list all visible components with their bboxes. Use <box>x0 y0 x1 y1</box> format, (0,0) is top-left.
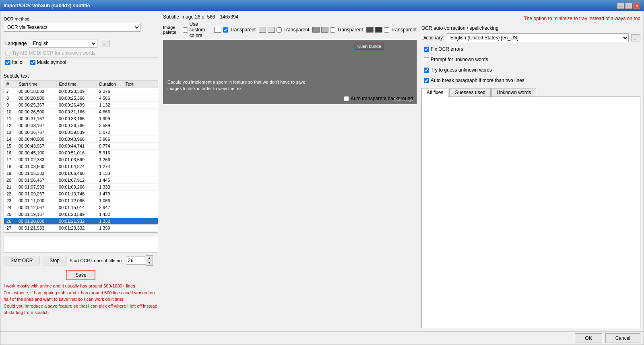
table-row[interactable]: 2600:01:20,60000:01:21,9321,332 <box>4 218 158 225</box>
try-modi-label: Try MS MODI OCR for unknown words <box>12 50 95 56</box>
language-select[interactable]: English <box>29 39 97 48</box>
table-row[interactable]: 2300:01:11,00000:01:12,0661,066 <box>4 197 158 204</box>
table-row[interactable]: 2000:01:06,46700:01:07,9121,445 <box>4 177 158 184</box>
try-modi-checkbox[interactable] <box>5 51 10 56</box>
auto-break-checkbox[interactable] <box>424 78 429 83</box>
cell-duration: 3,599 <box>97 122 123 129</box>
cell-start: 00:01:19,167 <box>16 211 56 218</box>
cell-duration: 1,133 <box>97 170 123 177</box>
italic-checkbox[interactable] <box>5 60 10 65</box>
table-row[interactable]: 2400:01:12,06700:01:15,0142,947 <box>4 204 158 211</box>
cell-start: 00:01:23,333 <box>16 232 56 233</box>
palette-transparent-4[interactable] <box>384 27 389 33</box>
cell-text <box>123 163 158 170</box>
cell-num: 11 <box>4 115 16 122</box>
palette-color-3b <box>321 27 328 33</box>
palette-transparent-2[interactable] <box>277 27 282 33</box>
music-checkbox[interactable] <box>30 60 35 65</box>
cell-duration: 1,132 <box>97 102 123 109</box>
language-browse-button[interactable]: ... <box>100 40 109 47</box>
save-button[interactable]: Save <box>66 270 95 280</box>
custom-colors-group: Use custom colors <box>183 21 211 38</box>
table-row[interactable]: 1600:00:45,10000:00:51,0165,916 <box>4 150 158 156</box>
table-row[interactable]: 1900:01:05,33300:01:06,4661,133 <box>4 170 158 177</box>
cell-text <box>123 122 158 129</box>
cell-start: 00:00:43,967 <box>16 143 56 150</box>
italic-label: Italic <box>12 60 22 65</box>
palette-transparent-1[interactable] <box>223 27 228 33</box>
tab-unknown-words[interactable]: Unknown words <box>491 88 536 97</box>
table-row[interactable]: 2200:01:09,26700:01:10,7461,479 <box>4 191 158 197</box>
subtitle-table-wrapper[interactable]: # Start time End time Duration Text 700:… <box>4 80 158 233</box>
fix-ocr-row: Fix OCR errors <box>422 46 640 52</box>
minimize-button[interactable]: — <box>617 2 624 9</box>
stop-button[interactable]: Stop <box>43 256 66 265</box>
fix-ocr-checkbox[interactable] <box>424 47 429 52</box>
table-row[interactable]: 700:00:18,03300:00:20,3092,276 <box>4 88 158 95</box>
cell-duration: 5,916 <box>97 150 123 156</box>
table-row[interactable]: 900:00:25,36700:00:26,4991,132 <box>4 102 158 109</box>
spinner-down[interactable]: ▼ <box>146 261 153 265</box>
cell-duration: 2,947 <box>97 204 123 211</box>
ok-button[interactable]: OK <box>575 333 602 343</box>
zoom-hint: Caould you implement a zoom in feature s… <box>167 79 312 92</box>
spinner-up[interactable]: ▲ <box>146 256 153 261</box>
table-row[interactable]: 2100:01:07,93300:01:09,2661,333 <box>4 184 158 191</box>
start-ocr-button[interactable]: Start OCR <box>4 256 39 265</box>
table-row[interactable]: 2700:01:21,93300:01:23,3321,399 <box>4 225 158 232</box>
auto-transparent-checkbox[interactable] <box>344 96 349 101</box>
maximize-button[interactable]: □ <box>625 2 632 9</box>
cell-start: 00:01:03,600 <box>16 163 56 170</box>
table-row[interactable]: 800:00:20,80000:00:25,3664,566 <box>4 95 158 102</box>
subtitle-edit-area[interactable] <box>4 237 158 253</box>
prompt-unknown-checkbox[interactable] <box>424 57 429 62</box>
cell-start: 00:00:33,167 <box>16 122 56 129</box>
col-start: Start time <box>16 80 56 88</box>
cell-duration: 1,266 <box>97 156 123 163</box>
ocr-method-label: OCR method <box>4 16 158 21</box>
table-row[interactable]: 1700:01:02,33300:01:03,5991,266 <box>4 156 158 163</box>
table-row[interactable]: 1200:00:33,16700:00:36,7663,599 <box>4 122 158 129</box>
cell-duration: 1,999 <box>97 115 123 122</box>
dictionary-select[interactable]: English (United States) [en_US] <box>447 33 629 42</box>
tab-all-fixes[interactable]: All fixes <box>421 88 448 97</box>
palette-color-3 <box>312 27 320 33</box>
preview-text: Kuen bunde <box>357 44 381 49</box>
try-guess-checkbox[interactable] <box>424 68 429 73</box>
table-row[interactable]: 1800:01:03,60000:01:04,8741,274 <box>4 163 158 170</box>
palette-transparent-3[interactable] <box>330 27 335 33</box>
ocr-method-select[interactable]: OCR via Tesseract <box>4 23 140 32</box>
cell-end: 00:00:33,166 <box>56 115 97 122</box>
cell-start: 00:01:12,067 <box>16 204 56 211</box>
palette-transparent-label-2: Transparent <box>283 27 309 33</box>
cell-start: 00:00:20,800 <box>16 95 56 102</box>
cell-duration: 1,445 <box>97 177 123 184</box>
action-row: Start OCR Stop Start OCR from subtitle n… <box>4 255 158 266</box>
col-text: Text <box>123 80 158 88</box>
close-button[interactable]: ✕ <box>633 2 640 9</box>
table-row[interactable]: 1100:00:31,16700:00:33,1661,999 <box>4 115 158 122</box>
dictionary-browse-button[interactable]: ... <box>631 34 640 41</box>
main-content: OCR method OCR via Tesseract Language En… <box>0 11 644 331</box>
cell-num: 22 <box>4 191 16 197</box>
tab-content-area <box>421 97 640 328</box>
use-custom-colors-checkbox[interactable] <box>183 27 188 33</box>
table-row[interactable]: 2500:01:19,16700:01:20,5991,432 <box>4 211 158 218</box>
table-row[interactable]: 1300:00:36,76700:00:39,8393,072 <box>4 129 158 136</box>
cell-duration: 4,666 <box>97 109 123 115</box>
image-palette-section: Image palette Use custom colors Transpar… <box>163 21 417 38</box>
palette-item-1: Transparent <box>214 27 256 33</box>
ocr-correction-section: OCR auto correction / spellchecking Dict… <box>421 25 640 328</box>
cell-start: 00:00:36,767 <box>16 129 56 136</box>
table-row[interactable]: 1500:00:43,96700:00:44,7410,774 <box>4 143 158 150</box>
red-line3: Could you introduce a save feature so th… <box>4 303 158 316</box>
table-row[interactable]: 2800:01:23,33300:01:24,8691,536 <box>4 232 158 233</box>
cancel-button[interactable]: Cancel <box>605 333 640 343</box>
table-row[interactable]: 1400:00:40,00000:00:43,9663,966 <box>4 136 158 143</box>
start-ocr-number-input[interactable]: 26 <box>126 257 146 265</box>
language-label: Language <box>5 41 27 46</box>
cell-end: 00:00:36,766 <box>56 122 97 129</box>
middle-panel: Subtitle image 26 of 566 146x394 Image p… <box>161 11 418 331</box>
table-row[interactable]: 1000:00:26,50000:00:31,1664,666 <box>4 109 158 115</box>
tab-guesses-used[interactable]: Guesses used <box>449 88 491 97</box>
